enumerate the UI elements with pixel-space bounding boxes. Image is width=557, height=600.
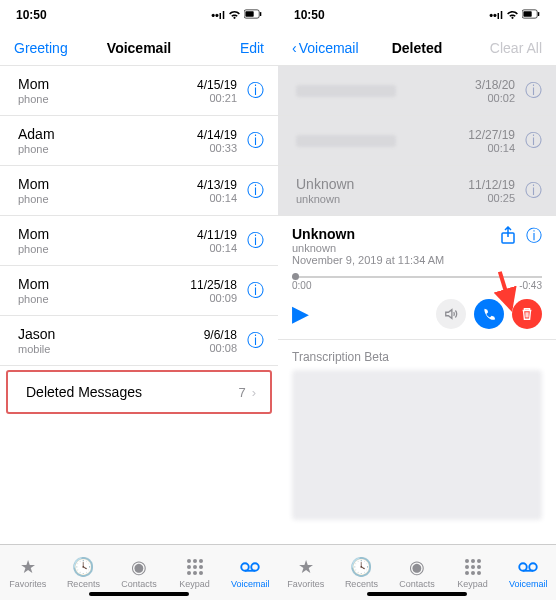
- page-title: Deleted: [372, 40, 462, 56]
- deleted-label: Deleted Messages: [26, 384, 238, 400]
- chevron-right-icon: ›: [252, 385, 256, 400]
- duration: 00:14: [468, 142, 515, 154]
- svg-point-8: [199, 565, 203, 569]
- redacted-transcription: [292, 370, 542, 520]
- svg-point-22: [465, 565, 469, 569]
- svg-point-9: [187, 571, 191, 575]
- voicemail-row[interactable]: Unknownunknown11/12/1900:25ⓘ: [278, 166, 556, 216]
- caller-sub: phone: [18, 93, 197, 105]
- info-icon[interactable]: ⓘ: [247, 279, 264, 302]
- tab-label: Keypad: [179, 579, 210, 589]
- caller-sub: unknown: [296, 193, 468, 205]
- info-icon[interactable]: ⓘ: [525, 79, 542, 102]
- info-icon[interactable]: ⓘ: [247, 179, 264, 202]
- status-bar: 10:50 ••ıl: [0, 0, 278, 30]
- chevron-left-icon: ‹: [292, 40, 297, 56]
- info-icon[interactable]: ⓘ: [247, 129, 264, 152]
- nav-bar: ‹Voicemail Deleted Clear All: [278, 30, 556, 66]
- tab-voicemail[interactable]: Voicemail: [500, 545, 556, 600]
- status-bar: 10:50 ••ıl: [278, 0, 556, 30]
- transcription-label: Transcription Beta: [292, 350, 542, 364]
- remaining-time: -0:43: [519, 280, 542, 291]
- date: 11/25/18: [190, 278, 237, 292]
- svg-point-5: [199, 559, 203, 563]
- voicemail-row[interactable]: Momphone4/13/1900:14ⓘ: [0, 166, 278, 216]
- date: 12/27/19: [468, 128, 515, 142]
- voicemail-row[interactable]: Adamphone4/14/1900:33ⓘ: [0, 116, 278, 166]
- svg-point-29: [529, 563, 537, 571]
- deleted-list: 3/18/2000:02ⓘ 12/27/1900:14ⓘ Unknownunkn…: [278, 66, 556, 544]
- play-button[interactable]: ▶: [292, 301, 309, 327]
- svg-rect-17: [538, 12, 539, 16]
- battery-icon: [244, 9, 262, 21]
- duration: 00:08: [204, 342, 237, 354]
- back-label: Voicemail: [299, 40, 359, 56]
- svg-point-13: [251, 563, 259, 571]
- home-indicator[interactable]: [367, 592, 467, 596]
- voicemail-row[interactable]: 3/18/2000:02ⓘ: [278, 66, 556, 116]
- time: 10:50: [16, 8, 47, 22]
- tab-favorites[interactable]: ★Favorites: [278, 545, 334, 600]
- svg-point-7: [193, 565, 197, 569]
- duration: 00:33: [197, 142, 237, 154]
- tab-label: Keypad: [457, 579, 488, 589]
- speaker-button[interactable]: [436, 299, 466, 329]
- date: 11/12/19: [468, 178, 515, 192]
- date: 4/15/19: [197, 78, 237, 92]
- call-button[interactable]: [474, 299, 504, 329]
- deleted-count: 7: [238, 385, 245, 400]
- info-icon[interactable]: ⓘ: [526, 226, 542, 248]
- wifi-icon: [228, 9, 241, 21]
- star-icon: ★: [20, 557, 36, 577]
- edit-button[interactable]: Edit: [184, 40, 264, 56]
- date: 9/6/18: [204, 328, 237, 342]
- tab-favorites[interactable]: ★Favorites: [0, 545, 56, 600]
- scrubber[interactable]: [292, 276, 542, 278]
- info-icon[interactable]: ⓘ: [247, 79, 264, 102]
- svg-point-20: [471, 559, 475, 563]
- home-indicator[interactable]: [89, 592, 189, 596]
- clock-icon: 🕓: [350, 557, 372, 577]
- scrubber-thumb[interactable]: [292, 273, 299, 280]
- nav-bar: Greeting Voicemail Edit: [0, 30, 278, 66]
- voicemail-row[interactable]: 12/27/1900:14ⓘ: [278, 116, 556, 166]
- status-icons: ••ıl: [489, 9, 540, 21]
- tab-label: Favorites: [287, 579, 324, 589]
- info-icon[interactable]: ⓘ: [525, 129, 542, 152]
- deleted-messages-row[interactable]: Deleted Messages 7 ›: [6, 370, 272, 414]
- svg-rect-2: [260, 12, 261, 16]
- delete-button[interactable]: [512, 299, 542, 329]
- date: 4/11/19: [197, 228, 237, 242]
- info-icon[interactable]: ⓘ: [247, 329, 264, 352]
- info-icon[interactable]: ⓘ: [525, 179, 542, 202]
- caller-name: Mom: [18, 276, 190, 292]
- voicemail-row[interactable]: Momphone11/25/1800:09ⓘ: [0, 266, 278, 316]
- clear-all-button[interactable]: Clear All: [462, 40, 542, 56]
- back-button[interactable]: ‹Voicemail: [292, 40, 372, 56]
- voicemail-row[interactable]: Momphone4/15/1900:21ⓘ: [0, 66, 278, 116]
- status-icons: ••ıl: [211, 9, 262, 21]
- phone-left: 10:50 ••ıl Greeting Voicemail Edit Momph…: [0, 0, 278, 600]
- svg-point-12: [241, 563, 249, 571]
- share-icon[interactable]: [500, 226, 516, 248]
- greeting-button[interactable]: Greeting: [14, 40, 94, 56]
- voicemail-row[interactable]: Momphone4/11/1900:14ⓘ: [0, 216, 278, 266]
- voicemail-icon: [240, 557, 260, 577]
- tab-label: Voicemail: [231, 579, 270, 589]
- tab-label: Voicemail: [509, 579, 548, 589]
- voicemail-row[interactable]: Jasonmobile9/6/1800:08ⓘ: [0, 316, 278, 366]
- wifi-icon: [506, 9, 519, 21]
- svg-point-10: [193, 571, 197, 575]
- svg-point-11: [199, 571, 203, 575]
- contact-icon: ◉: [409, 557, 425, 577]
- info-icon[interactable]: ⓘ: [247, 229, 264, 252]
- battery-icon: [522, 9, 540, 21]
- voicemail-icon: [518, 557, 538, 577]
- svg-point-24: [477, 565, 481, 569]
- duration: 00:09: [190, 292, 237, 304]
- phone-right: 10:50 ••ıl ‹Voicemail Deleted Clear All …: [278, 0, 556, 600]
- tab-voicemail[interactable]: Voicemail: [222, 545, 278, 600]
- svg-rect-16: [523, 11, 531, 17]
- tab-label: Recents: [67, 579, 100, 589]
- redacted-name: [296, 85, 396, 97]
